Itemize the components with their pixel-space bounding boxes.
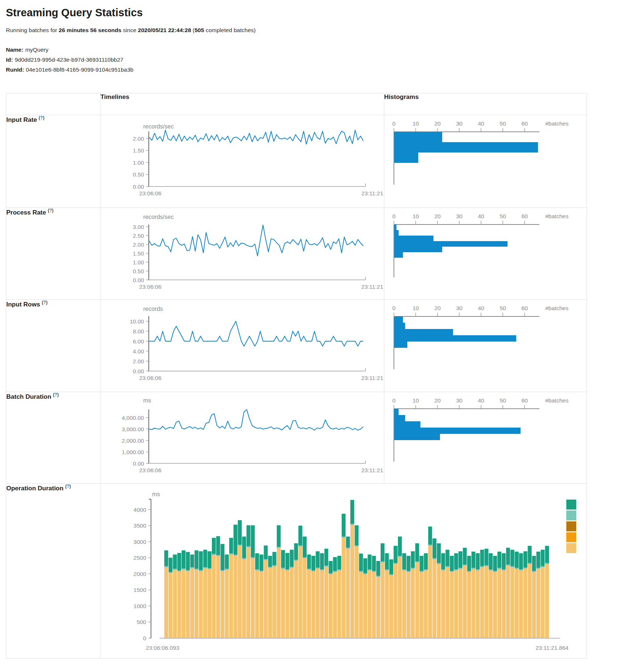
table-header-row: Timelines Histograms bbox=[6, 93, 587, 115]
input-rate-histogram-cell: 0102030405060#batches bbox=[384, 115, 587, 208]
svg-text:1,000.00: 1,000.00 bbox=[122, 449, 144, 455]
svg-text:20: 20 bbox=[434, 120, 441, 127]
streaming-query-statistics-page: Streaming Query Statistics Running batch… bbox=[0, 0, 625, 672]
svg-text:50: 50 bbox=[499, 120, 506, 127]
svg-text:23:11:21: 23:11:21 bbox=[361, 190, 383, 196]
statistics-table: Timelines Histograms Input Rate (?) reco… bbox=[6, 93, 587, 659]
input-rate-help-icon[interactable]: (?) bbox=[39, 115, 44, 120]
svg-text:23:06:06: 23:06:06 bbox=[139, 190, 161, 196]
svg-text:#batches: #batches bbox=[545, 213, 569, 219]
svg-text:ms: ms bbox=[143, 397, 151, 404]
header-histograms: Histograms bbox=[384, 93, 587, 115]
svg-text:1.00: 1.00 bbox=[133, 259, 144, 265]
svg-text:23:11:21.864: 23:11:21.864 bbox=[536, 645, 569, 651]
svg-text:50: 50 bbox=[499, 213, 506, 219]
svg-text:40: 40 bbox=[478, 213, 484, 219]
svg-text:2.50: 2.50 bbox=[133, 233, 144, 239]
svg-text:60: 60 bbox=[521, 305, 528, 311]
svg-text:0: 0 bbox=[392, 120, 395, 127]
svg-text:23:06:06: 23:06:06 bbox=[139, 284, 161, 290]
svg-text:23:11:21: 23:11:21 bbox=[361, 375, 383, 381]
input-rows-timeline-chart: records10.008.006.004.002.000.0023:06:06… bbox=[100, 300, 384, 392]
input-rows-histogram-chart: 0102030405060#batches bbox=[384, 300, 587, 392]
svg-text:0.50: 0.50 bbox=[133, 268, 144, 274]
svg-text:10: 10 bbox=[412, 213, 419, 219]
process-rate-histogram-cell: 0102030405060#batches bbox=[384, 208, 587, 300]
svg-text:10: 10 bbox=[412, 120, 419, 127]
header-timelines: Timelines bbox=[100, 93, 384, 115]
svg-text:10: 10 bbox=[412, 397, 419, 404]
query-id-value: 9d0dd219-995d-423e-b97d-36931110bb27 bbox=[15, 56, 123, 63]
svg-text:1500: 1500 bbox=[134, 587, 147, 593]
input-rate-row: Input Rate (?) records/sec2.001.501.000.… bbox=[6, 115, 587, 208]
input-rows-label: Input Rows (?) bbox=[6, 300, 100, 392]
svg-text:records/sec: records/sec bbox=[143, 214, 174, 220]
svg-text:3000: 3000 bbox=[134, 539, 147, 545]
svg-text:records/sec: records/sec bbox=[143, 123, 174, 130]
svg-text:23:06:06.093: 23:06:06.093 bbox=[146, 645, 179, 651]
svg-text:#batches: #batches bbox=[545, 305, 569, 311]
svg-text:0.50: 0.50 bbox=[133, 171, 144, 178]
batch-duration-row: Batch Duration (?) ms4,000.003,000.002,0… bbox=[6, 392, 587, 484]
svg-text:1000: 1000 bbox=[134, 603, 147, 609]
svg-text:60: 60 bbox=[521, 213, 528, 219]
svg-text:500: 500 bbox=[137, 619, 146, 625]
process-rate-help-icon[interactable]: (?) bbox=[48, 208, 53, 213]
batch-duration-help-icon[interactable]: (?) bbox=[53, 392, 59, 397]
svg-text:23:06:06: 23:06:06 bbox=[139, 467, 161, 473]
svg-text:records: records bbox=[143, 306, 163, 312]
start-timestamp: 2020/05/21 22:44:28 bbox=[138, 27, 191, 33]
completed-batch-count: 505 bbox=[195, 27, 204, 33]
svg-text:20: 20 bbox=[434, 305, 441, 311]
svg-text:0: 0 bbox=[392, 397, 395, 404]
query-name-line: Name:myQuery bbox=[6, 45, 619, 55]
svg-text:2500: 2500 bbox=[134, 555, 147, 561]
header-empty bbox=[6, 93, 100, 115]
svg-text:40: 40 bbox=[478, 397, 484, 404]
svg-text:30: 30 bbox=[456, 397, 463, 404]
query-name-value: myQuery bbox=[25, 47, 48, 53]
svg-text:1.00: 1.00 bbox=[133, 160, 144, 166]
svg-text:23:11:21: 23:11:21 bbox=[361, 284, 383, 290]
svg-text:30: 30 bbox=[456, 120, 463, 127]
query-runid-line: RunId:04e101e6-8bf8-4165-9099-9104c951ba… bbox=[6, 65, 619, 75]
svg-text:2.00: 2.00 bbox=[133, 136, 144, 142]
svg-text:23:06:06: 23:06:06 bbox=[139, 375, 161, 381]
svg-text:0: 0 bbox=[392, 305, 395, 311]
operation-duration-row: Operation Duration (?) ms400035003000250… bbox=[6, 484, 587, 659]
svg-text:1.50: 1.50 bbox=[133, 250, 144, 257]
process-rate-timeline-chart: records/sec3.002.502.001.501.000.500.002… bbox=[100, 208, 384, 299]
svg-text:40: 40 bbox=[478, 305, 484, 311]
svg-text:0.00: 0.00 bbox=[133, 460, 144, 467]
batch-duration-label: Batch Duration (?) bbox=[6, 392, 100, 484]
svg-text:30: 30 bbox=[456, 213, 463, 219]
svg-text:4.00: 4.00 bbox=[133, 348, 144, 354]
svg-text:0: 0 bbox=[143, 635, 146, 641]
running-duration: 26 minutes 56 seconds bbox=[59, 27, 121, 33]
batch-duration-histogram-cell: 0102030405060#batches bbox=[384, 392, 587, 484]
input-rows-help-icon[interactable]: (?) bbox=[42, 300, 47, 305]
svg-text:40: 40 bbox=[478, 120, 484, 127]
query-metadata: Name:myQuery Id:9d0dd219-995d-423e-b97d-… bbox=[6, 45, 619, 75]
svg-text:1.50: 1.50 bbox=[133, 147, 144, 154]
process-rate-label: Process Rate (?) bbox=[6, 208, 100, 300]
process-rate-timeline-cell: records/sec3.002.502.001.501.000.500.002… bbox=[100, 208, 384, 300]
operation-duration-help-icon[interactable]: (?) bbox=[65, 484, 71, 489]
svg-text:0: 0 bbox=[392, 213, 395, 219]
svg-text:#batches: #batches bbox=[545, 397, 569, 404]
svg-text:60: 60 bbox=[521, 120, 528, 127]
svg-text:4,000.00: 4,000.00 bbox=[122, 415, 144, 421]
svg-text:60: 60 bbox=[521, 397, 528, 404]
svg-text:4000: 4000 bbox=[134, 507, 147, 513]
svg-text:50: 50 bbox=[499, 397, 506, 404]
svg-text:20: 20 bbox=[434, 397, 441, 404]
svg-text:0.00: 0.00 bbox=[133, 184, 144, 190]
svg-text:8.00: 8.00 bbox=[133, 328, 144, 335]
input-rate-histogram-chart: 0102030405060#batches bbox=[384, 115, 587, 208]
svg-text:3500: 3500 bbox=[134, 522, 147, 529]
svg-text:30: 30 bbox=[456, 305, 463, 311]
svg-text:2,000.00: 2,000.00 bbox=[122, 438, 144, 444]
operation-duration-chart-cell: ms4000350030002500200015001000500023:06:… bbox=[100, 484, 587, 659]
input-rate-label: Input Rate (?) bbox=[6, 115, 100, 208]
batch-duration-histogram-chart: 0102030405060#batches bbox=[384, 392, 587, 483]
